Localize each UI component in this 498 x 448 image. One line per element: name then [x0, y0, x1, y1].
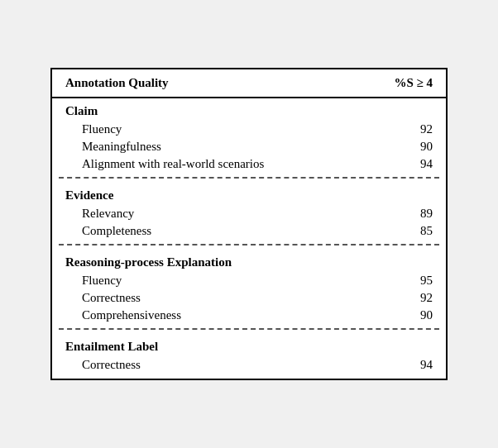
row-value: 95	[420, 274, 433, 288]
row-value: 94	[420, 157, 433, 171]
table-row: Correctness92	[52, 289, 446, 307]
section-header-entailment: Entailment Label	[52, 334, 446, 356]
table-row: Comprehensiveness90	[52, 307, 446, 324]
table-score-header: %S ≥ 4	[394, 76, 433, 90]
row-label: Correctness	[82, 291, 141, 305]
section-claim: ClaimFluency92Meaningfulness90Alignment …	[52, 98, 446, 173]
row-label: Fluency	[82, 122, 122, 136]
section-evidence: EvidenceRelevancy89Completeness85	[52, 183, 446, 240]
dashed-divider	[59, 328, 439, 330]
row-value: 92	[420, 291, 433, 305]
table-row: Fluency95	[52, 272, 446, 289]
table-header: Annotation Quality %S ≥ 4	[52, 69, 446, 98]
row-label: Comprehensiveness	[82, 308, 181, 322]
section-header-reasoning: Reasoning-process Explanation	[52, 250, 446, 272]
table-row: Fluency92	[52, 121, 446, 138]
row-label: Alignment with real-world scenarios	[82, 157, 264, 171]
row-value: 89	[420, 207, 433, 221]
section-reasoning: Reasoning-process ExplanationFluency95Co…	[52, 250, 446, 324]
annotation-quality-table: Annotation Quality %S ≥ 4 ClaimFluency92…	[50, 68, 448, 380]
section-header-evidence: Evidence	[52, 183, 446, 205]
row-label: Correctness	[82, 358, 141, 372]
table-row: Meaningfulness90	[52, 138, 446, 155]
row-value: 85	[420, 224, 433, 238]
table-row: Relevancy89	[52, 205, 446, 222]
row-value: 90	[420, 140, 433, 154]
row-value: 94	[420, 358, 433, 372]
dashed-divider	[59, 244, 439, 245]
table-row: Completeness85	[52, 222, 446, 240]
row-label: Meaningfulness	[82, 140, 161, 154]
row-value: 90	[420, 308, 433, 322]
row-label: Fluency	[82, 274, 122, 288]
section-header-claim: Claim	[52, 98, 446, 121]
row-label: Relevancy	[82, 207, 134, 221]
section-entailment: Entailment LabelCorrectness94	[52, 334, 446, 379]
table-row: Alignment with real-world scenarios94	[52, 155, 446, 173]
table-row: Correctness94	[52, 356, 446, 379]
row-value: 92	[420, 122, 433, 136]
table-title: Annotation Quality	[65, 76, 169, 90]
sections-container: ClaimFluency92Meaningfulness90Alignment …	[52, 98, 446, 379]
row-label: Completeness	[82, 224, 151, 238]
dashed-divider	[59, 177, 439, 179]
